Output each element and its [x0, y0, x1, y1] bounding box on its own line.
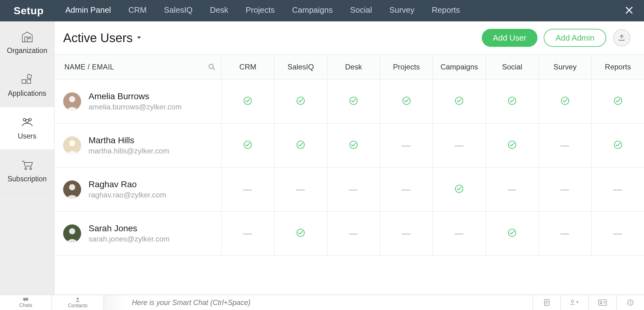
- page-title-dropdown[interactable]: Active Users: [63, 31, 141, 45]
- table-row[interactable]: Sarah Jonessarah.jones@zylker.com——————: [54, 212, 644, 256]
- access-cell-projects[interactable]: [380, 80, 433, 123]
- access-cell-survey[interactable]: —: [539, 124, 592, 167]
- sidebar-item-organization[interactable]: Organization: [0, 21, 54, 64]
- sidebar-item-subscription[interactable]: Subscription: [0, 150, 54, 193]
- access-cell-salesiq[interactable]: [275, 212, 328, 255]
- bottom-action-notes[interactable]: [533, 295, 560, 310]
- access-cell-survey[interactable]: —: [539, 168, 592, 211]
- no-access-dash: —: [402, 228, 411, 238]
- svg-point-7: [30, 168, 32, 170]
- access-cell-projects[interactable]: —: [380, 124, 433, 167]
- smart-chat-input[interactable]: [126, 295, 533, 310]
- page-header: Active Users Add User Add Admin: [54, 21, 644, 55]
- export-button[interactable]: [613, 29, 630, 46]
- access-cell-salesiq[interactable]: [275, 80, 328, 123]
- bottom-bar: Chats Contacts: [0, 294, 644, 310]
- close-button[interactable]: [625, 6, 633, 16]
- no-access-dash: —: [349, 228, 358, 238]
- add-admin-button[interactable]: Add Admin: [544, 29, 606, 47]
- caret-down-icon: [137, 36, 141, 40]
- column-reports[interactable]: Reports: [592, 55, 644, 79]
- access-cell-crm[interactable]: —: [222, 212, 275, 255]
- access-cell-crm[interactable]: [222, 80, 275, 123]
- topnav-item-crm[interactable]: CRM: [128, 5, 146, 16]
- access-cell-desk[interactable]: —: [328, 212, 381, 255]
- access-cell-campaigns[interactable]: [433, 168, 486, 211]
- no-access-dash: —: [349, 184, 358, 194]
- cart-icon: [21, 159, 34, 171]
- access-cell-desk[interactable]: [328, 80, 381, 123]
- topnav-item-admin-panel[interactable]: Admin Panel: [65, 5, 111, 16]
- topnav-item-salesiq[interactable]: SalesIQ: [164, 5, 193, 16]
- svg-point-4: [29, 118, 31, 121]
- topnav-item-reports[interactable]: Reports: [432, 5, 460, 16]
- bottom-tab-contacts[interactable]: Contacts: [52, 295, 104, 310]
- page-title: Active Users: [63, 31, 133, 45]
- user-name: Martha Hills: [89, 135, 169, 145]
- svg-point-3: [23, 118, 26, 121]
- topnav-item-desk[interactable]: Desk: [210, 5, 228, 16]
- access-cell-crm[interactable]: —: [222, 168, 275, 211]
- check-icon: [349, 140, 358, 151]
- access-cell-reports[interactable]: —: [592, 212, 644, 255]
- column-social[interactable]: Social: [486, 55, 539, 79]
- id-card-icon: [598, 299, 607, 306]
- search-icon[interactable]: [208, 63, 215, 71]
- bottom-action-card[interactable]: [588, 295, 616, 310]
- column-salesiq[interactable]: SalesIQ: [275, 55, 328, 79]
- access-cell-salesiq[interactable]: [275, 124, 328, 167]
- column-projects[interactable]: Projects: [380, 55, 433, 79]
- no-access-dash: —: [402, 140, 411, 150]
- add-user-button[interactable]: Add User: [482, 29, 537, 47]
- svg-rect-0: [22, 80, 26, 83]
- check-icon: [455, 96, 464, 107]
- column-crm[interactable]: CRM: [222, 55, 275, 79]
- access-cell-social[interactable]: [486, 124, 539, 167]
- cell-user: Amelia Burrowsamelia.burrows@zylker.com: [54, 80, 222, 123]
- access-cell-social[interactable]: [486, 212, 539, 255]
- avatar: [63, 180, 81, 198]
- access-cell-survey[interactable]: —: [539, 212, 592, 255]
- column-survey[interactable]: Survey: [539, 55, 592, 79]
- svg-point-10: [69, 96, 75, 102]
- access-cell-campaigns[interactable]: —: [433, 124, 486, 167]
- access-cell-desk[interactable]: —: [328, 168, 381, 211]
- access-cell-reports[interactable]: [592, 124, 644, 167]
- access-cell-social[interactable]: [486, 80, 539, 123]
- topnav-item-social[interactable]: Social: [350, 5, 372, 16]
- svg-point-27: [69, 184, 75, 190]
- access-cell-desk[interactable]: [328, 124, 381, 167]
- bottom-tab-chats-label: Chats: [19, 303, 32, 308]
- bottom-action-history[interactable]: [616, 295, 644, 310]
- access-cell-survey[interactable]: [539, 80, 592, 123]
- column-name-email[interactable]: NAME / EMAIL: [54, 55, 222, 79]
- access-cell-social[interactable]: —: [486, 168, 539, 211]
- bottom-tab-contacts-label: Contacts: [68, 303, 87, 308]
- user-name: Sarah Jones: [89, 224, 170, 233]
- access-cell-crm[interactable]: [222, 124, 275, 167]
- access-cell-projects[interactable]: —: [380, 212, 433, 255]
- contact-icon: [74, 297, 81, 303]
- check-icon: [402, 96, 411, 107]
- topnav-item-survey[interactable]: Survey: [389, 5, 415, 16]
- access-cell-campaigns[interactable]: [433, 80, 486, 123]
- check-icon: [560, 96, 570, 107]
- table-row[interactable]: Amelia Burrowsamelia.burrows@zylker.com: [54, 80, 644, 124]
- no-access-dash: —: [455, 140, 464, 150]
- access-cell-reports[interactable]: —: [592, 168, 644, 211]
- table-row[interactable]: Raghav Raoraghav.rao@zylker.com———————: [54, 168, 644, 212]
- topnav-item-projects[interactable]: Projects: [246, 5, 275, 16]
- access-cell-reports[interactable]: [592, 80, 644, 123]
- topnav-item-campaigns[interactable]: Campaigns: [292, 5, 333, 16]
- column-campaigns[interactable]: Campaigns: [433, 55, 486, 79]
- sidebar-item-users[interactable]: Users: [0, 107, 54, 150]
- access-cell-salesiq[interactable]: —: [275, 168, 328, 211]
- bottom-action-invite[interactable]: [560, 295, 588, 310]
- bottom-tab-chats[interactable]: Chats: [0, 295, 52, 310]
- svg-rect-36: [598, 300, 607, 305]
- column-desk[interactable]: Desk: [328, 55, 381, 79]
- sidebar-item-applications[interactable]: Applications: [0, 64, 54, 107]
- access-cell-projects[interactable]: —: [380, 168, 433, 211]
- access-cell-campaigns[interactable]: —: [433, 212, 486, 255]
- table-row[interactable]: Martha Hillsmartha.hills@zylker.com———: [54, 124, 644, 168]
